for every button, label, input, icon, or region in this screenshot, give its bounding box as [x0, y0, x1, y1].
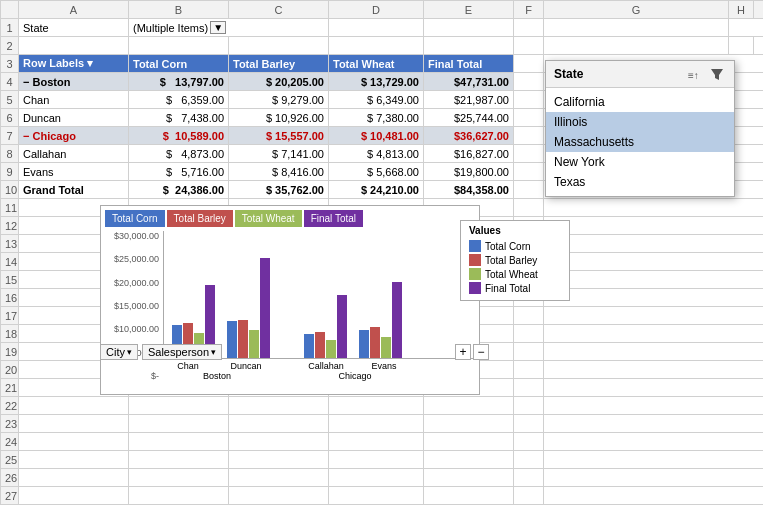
chart-legend: Values Total Corn Total Barley Total Whe… — [460, 220, 570, 301]
filter-item-new-york[interactable]: New York — [546, 152, 734, 172]
total-barley-header: Total Barley — [229, 55, 329, 73]
cell-a1[interactable]: State — [19, 19, 129, 37]
legend-color-corn — [469, 240, 481, 252]
row-num-3: 3 — [1, 55, 19, 73]
filter-item-massachusetts[interactable]: Massachusetts — [546, 132, 734, 152]
col-header-i[interactable]: I — [754, 1, 764, 19]
row-num-2: 2 — [1, 37, 19, 55]
y-label-5: $25,000.00 — [105, 254, 159, 264]
salesperson-btn[interactable]: Salesperson ▾ — [142, 344, 222, 360]
row-num-8: 8 — [1, 145, 19, 163]
corner-cell — [1, 1, 19, 19]
row-num-21: 21 — [1, 379, 19, 397]
row-num-10: 10 — [1, 181, 19, 199]
row-num-4: 4 — [1, 73, 19, 91]
legend-item-final: Final Total — [469, 282, 561, 294]
filter-item-california[interactable]: California — [546, 92, 734, 112]
cell-a4: − Boston — [19, 73, 129, 91]
row-num-27: 27 — [1, 487, 19, 505]
city-label: City — [106, 346, 125, 358]
cell-a5: Chan — [19, 91, 129, 109]
cell-f8 — [514, 145, 544, 163]
row-num-12: 12 — [1, 217, 19, 235]
cell-c8: $ 7,141.00 — [229, 145, 329, 163]
bar-evans-barley — [370, 327, 380, 358]
cell-b4: $ 13,797.00 — [129, 73, 229, 91]
bar-callahan-barley — [315, 332, 325, 358]
cell-e9: $19,800.00 — [424, 163, 514, 181]
col-header-g[interactable]: G — [544, 1, 729, 19]
row-num-17: 17 — [1, 307, 19, 325]
cell-c6: $ 10,926.00 — [229, 109, 329, 127]
cell-c10: $ 35,762.00 — [229, 181, 329, 199]
filter-icon-btn[interactable] — [708, 65, 726, 83]
cell-d4: $ 13,729.00 — [329, 73, 424, 91]
cell-e1 — [514, 19, 544, 37]
row-num-24: 24 — [1, 433, 19, 451]
row-num-9: 9 — [1, 163, 19, 181]
chart-tab-total-corn[interactable]: Total Corn — [105, 210, 165, 227]
row-num-26: 26 — [1, 469, 19, 487]
cell-c7: $ 15,557.00 — [229, 127, 329, 145]
row-labels-header[interactable]: Row Labels ▾ — [19, 55, 129, 73]
y-label-3: $15,000.00 — [105, 301, 159, 311]
filter-item-illinois[interactable]: Illinois — [546, 112, 734, 132]
cell-a10: Grand Total — [19, 181, 129, 199]
cell-d8: $ 4,813.00 — [329, 145, 424, 163]
legend-label-wheat: Total Wheat — [485, 269, 538, 280]
filter-item-texas[interactable]: Texas — [546, 172, 734, 192]
cell-f4 — [514, 73, 544, 91]
cell-c5: $ 9,279.00 — [229, 91, 329, 109]
col-header-c[interactable]: C — [229, 1, 329, 19]
legend-item-corn: Total Corn — [469, 240, 561, 252]
total-wheat-header: Total Wheat — [329, 55, 424, 73]
cell-c1 — [329, 19, 424, 37]
bar-duncan-total — [260, 258, 270, 358]
row-num-16: 16 — [1, 289, 19, 307]
cell-b9: $ 5,716.00 — [129, 163, 229, 181]
legend-label-corn: Total Corn — [485, 241, 531, 252]
cell-d7: $ 10,481.00 — [329, 127, 424, 145]
filter-dropdown-btn[interactable]: ▼ — [210, 21, 226, 34]
cell-f3 — [514, 55, 544, 73]
legend-item-wheat: Total Wheat — [469, 268, 561, 280]
col-header-b[interactable]: B — [129, 1, 229, 19]
add-remove-buttons: + − — [455, 344, 489, 360]
cell-b10: $ 24,386.00 — [129, 181, 229, 199]
cell-b5: $ 6,359.00 — [129, 91, 229, 109]
cell-b2 — [129, 37, 229, 55]
bar-evans-corn — [359, 330, 369, 358]
filter-sort-az-btn[interactable]: ≡↑ — [686, 65, 704, 83]
cell-d2 — [329, 37, 424, 55]
total-corn-header: Total Corn — [129, 55, 229, 73]
svg-text:≡↑: ≡↑ — [688, 70, 699, 81]
chart-tab-total-wheat[interactable]: Total Wheat — [235, 210, 302, 227]
cell-a2 — [19, 37, 129, 55]
city-btn[interactable]: City ▾ — [100, 344, 138, 360]
col-header-d[interactable]: D — [329, 1, 424, 19]
row-num-19: 19 — [1, 343, 19, 361]
cell-d10: $ 24,210.00 — [329, 181, 424, 199]
add-field-btn[interactable]: + — [455, 344, 471, 360]
city-dropdown-icon: ▾ — [127, 347, 132, 357]
chart-tab-final-total[interactable]: Final Total — [304, 210, 363, 227]
cell-e2 — [424, 37, 514, 55]
col-header-a[interactable]: A — [19, 1, 129, 19]
cell-d5: $ 6,349.00 — [329, 91, 424, 109]
col-header-e[interactable]: E — [424, 1, 514, 19]
state-filter-popup: State ≡↑ California Illinois Massachuset… — [545, 60, 735, 197]
chart-tab-total-barley[interactable]: Total Barley — [167, 210, 233, 227]
row-num-25: 25 — [1, 451, 19, 469]
row-num-5: 5 — [1, 91, 19, 109]
filter-items-list: California Illinois Massachusetts New Yo… — [546, 88, 734, 196]
x-city-boston: Boston — [165, 371, 269, 381]
col-header-f[interactable]: F — [514, 1, 544, 19]
row-num-1: 1 — [1, 19, 19, 37]
chart-tabs: Total Corn Total Barley Total Wheat Fina… — [105, 210, 475, 227]
col-header-h[interactable]: H — [729, 1, 754, 19]
x-city-labels: Boston Chicago — [163, 371, 475, 381]
remove-field-btn[interactable]: − — [473, 344, 489, 360]
cell-b6: $ 7,438.00 — [129, 109, 229, 127]
cell-e4: $47,731.00 — [424, 73, 514, 91]
x-person-labels: Chan Duncan Callahan Evans — [163, 361, 475, 371]
